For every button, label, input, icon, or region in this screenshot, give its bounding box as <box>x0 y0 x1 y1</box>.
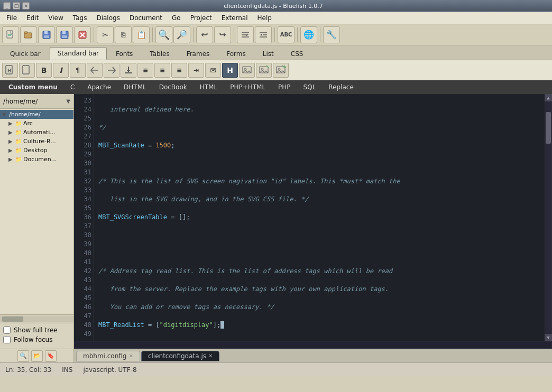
forward-button[interactable] <box>104 63 119 78</box>
tag-docbook[interactable]: DocBook <box>154 82 192 92</box>
bold-button[interactable]: B <box>36 63 52 78</box>
tab-close-icon[interactable]: ✕ <box>128 353 133 359</box>
menu-dialogs[interactable]: Dialogs <box>92 13 124 23</box>
scroll-down-arrow[interactable]: ▼ <box>545 334 552 341</box>
tree-label: Automati... <box>23 129 56 136</box>
cut-button[interactable]: ✂ <box>97 26 114 43</box>
tag-replace[interactable]: Replace <box>323 82 358 92</box>
minimize-button[interactable]: _ <box>3 2 11 10</box>
vertical-scrollbar[interactable]: ▲ ▼ <box>545 94 552 341</box>
show-full-tree-checkbox[interactable] <box>3 326 11 334</box>
menu-edit[interactable]: Edit <box>22 13 43 23</box>
paste-button[interactable]: 📋 <box>133 26 150 43</box>
toolbar-sep-2 <box>152 27 153 42</box>
save-button[interactable] <box>38 26 55 43</box>
tab-standardbar[interactable]: Standard bar <box>50 47 107 60</box>
tree-item-documents[interactable]: ▶ 📁 Documen... <box>0 155 73 164</box>
align-right-button[interactable]: ≡ <box>171 63 187 78</box>
menu-external[interactable]: External <box>217 13 252 23</box>
maximize-button[interactable]: □ <box>13 2 20 10</box>
follow-focus-checkbox[interactable] <box>3 336 11 343</box>
tab-list[interactable]: List <box>255 48 282 60</box>
back-button[interactable] <box>87 63 103 78</box>
hscroll-thumb[interactable] <box>2 316 23 322</box>
menu-tags[interactable]: Tags <box>69 13 91 23</box>
image2-button[interactable] <box>256 63 272 78</box>
tree-item-culture[interactable]: ▶ 📁 Culture-R... <box>0 137 73 146</box>
close-button[interactable]: × <box>22 2 30 10</box>
tree-item-home[interactable]: ▼ /home/me/ <box>0 110 73 119</box>
tree-item-desktop[interactable]: ▶ 📁 Desktop <box>0 146 73 155</box>
tag-html[interactable]: HTML <box>195 82 223 92</box>
unindent-button[interactable] <box>255 26 272 43</box>
spell-button[interactable]: ABC <box>278 26 295 43</box>
sidebar-options: Show full tree Follow focus <box>0 323 73 349</box>
italic-button[interactable]: I <box>53 63 69 78</box>
tools-button[interactable]: 🔧 <box>323 26 340 43</box>
tag-custommenu[interactable]: Custom menu <box>3 82 63 92</box>
sidebar-bookmark-icon[interactable]: 🔖 <box>45 350 57 362</box>
menu-view[interactable]: View <box>44 13 67 23</box>
close-file-button[interactable] <box>74 26 91 43</box>
tab-close-icon[interactable]: ✕ <box>208 353 213 359</box>
menu-file[interactable]: File <box>2 13 21 23</box>
align-left-button[interactable]: ≡ <box>137 63 153 78</box>
horizontal-scrollbar[interactable] <box>74 341 552 349</box>
h-tag-button[interactable]: H <box>222 63 238 78</box>
tag-apache[interactable]: Apache <box>82 82 116 92</box>
menu-go[interactable]: Go <box>168 13 185 23</box>
code-editor[interactable]: interval defined here. */ MBT_ScanRate =… <box>94 94 545 341</box>
menu-project[interactable]: Project <box>186 13 216 23</box>
new-page-button[interactable] <box>19 63 35 78</box>
editor-content[interactable]: 23 24 25 26 27 28 29 30 31 32 33 34 35 3… <box>74 94 552 341</box>
save-as-button[interactable]: + <box>56 26 73 43</box>
new-html-button[interactable]: H <box>2 63 18 78</box>
copy-button[interactable]: ⎘ <box>115 26 132 43</box>
tag-phphtml[interactable]: PHP+HTML <box>225 82 271 92</box>
tab-mbhmi[interactable]: mbhmi.config ✕ <box>76 351 140 361</box>
tab-clientconfig[interactable]: clientconfigdata.js ✕ <box>141 351 220 361</box>
window-controls[interactable]: _ □ × <box>3 2 30 10</box>
email-button[interactable]: ✉ <box>205 63 221 78</box>
path-selector[interactable]: /home/me/ ▼ <box>0 94 73 109</box>
menu-document[interactable]: Document <box>125 13 167 23</box>
insert-mode: INS <box>62 366 72 374</box>
tree-item-automati[interactable]: ▶ 📁 Automati... <box>0 128 73 137</box>
paragraph-button[interactable]: ¶ <box>70 63 86 78</box>
undo-button[interactable]: ↩ <box>196 26 213 43</box>
tab-tables[interactable]: Tables <box>142 48 177 60</box>
tag-c[interactable]: C <box>65 82 80 92</box>
sidebar-search-icon[interactable]: 🔍 <box>17 350 29 362</box>
scroll-up-arrow[interactable]: ▲ <box>545 94 552 101</box>
tree-label: Desktop <box>23 147 47 154</box>
vscroll-thumb[interactable] <box>546 112 551 144</box>
path-dropdown-arrow[interactable]: ▼ <box>66 98 70 104</box>
tab-frames[interactable]: Frames <box>179 48 218 60</box>
tab-css[interactable]: CSS <box>283 48 311 60</box>
browser-button[interactable]: 🌐 <box>300 26 317 43</box>
tab-quickbar[interactable]: Quick bar <box>2 48 49 60</box>
image3-button[interactable] <box>273 63 289 78</box>
tag-php[interactable]: PHP <box>273 82 296 92</box>
tab-fonts[interactable]: Fonts <box>108 48 141 60</box>
align-center-button[interactable]: ≡ <box>154 63 170 78</box>
new-file-button[interactable] <box>2 26 19 43</box>
sidebar-folder-icon[interactable]: 📂 <box>31 350 43 362</box>
indent-html-button[interactable]: ⇥ <box>188 63 204 78</box>
tree-item-arc[interactable]: ▶ 📁 Arc <box>0 119 73 128</box>
insert-button[interactable] <box>121 63 136 78</box>
find-replace-button[interactable]: 🔎 <box>173 26 190 43</box>
vscroll-track[interactable] <box>545 101 551 334</box>
menu-help[interactable]: Help <box>253 13 276 23</box>
find-button[interactable]: 🔍 <box>155 26 172 43</box>
tab-forms[interactable]: Forms <box>218 48 253 60</box>
tag-sql[interactable]: SQL <box>298 82 321 92</box>
redo-button[interactable]: ↪ <box>214 26 231 43</box>
editor-area: 23 24 25 26 27 28 29 30 31 32 33 34 35 3… <box>74 94 552 362</box>
open-file-button[interactable] <box>20 26 37 43</box>
image-button[interactable] <box>239 63 255 78</box>
indent-button[interactable] <box>237 26 254 43</box>
file-tree: ▼ /home/me/ ▶ 📁 Arc ▶ 📁 Automati... ▶ 📁 … <box>0 109 73 314</box>
sidebar-hscrollbar[interactable] <box>0 314 73 323</box>
tag-dhtml[interactable]: DHTML <box>118 82 152 92</box>
